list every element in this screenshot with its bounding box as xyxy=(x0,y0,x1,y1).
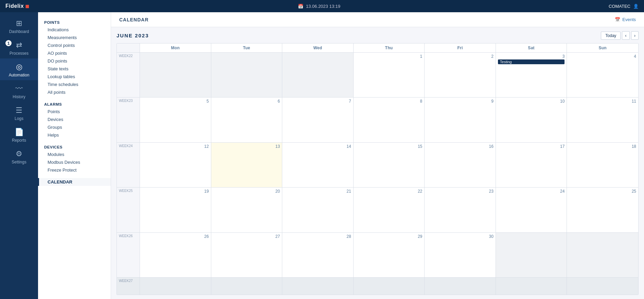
sidebar-label-history: History xyxy=(13,94,25,99)
day-num: 29 xyxy=(356,234,423,239)
submenu-item-modules[interactable]: Modules xyxy=(38,151,111,158)
week23-sun[interactable]: 11 xyxy=(567,98,638,142)
week25-wed[interactable]: 21 xyxy=(282,188,354,232)
prev-month-button[interactable]: ‹ xyxy=(622,31,629,40)
week26-sun[interactable] xyxy=(567,233,638,277)
week27-mon[interactable] xyxy=(140,278,211,295)
sidebar-item-reports[interactable]: 📄 Reports xyxy=(0,124,38,145)
day-num: 21 xyxy=(284,189,351,194)
week27-sun[interactable] xyxy=(567,278,638,295)
week27-fri[interactable] xyxy=(425,278,496,295)
week24-fri[interactable]: 16 xyxy=(425,143,496,187)
submenu-item-freeze-protect[interactable]: Freeze Protect xyxy=(38,166,111,174)
submenu-item-lookup-tables[interactable]: Lookup tables xyxy=(38,73,111,81)
main-layout: ⊞ Dashboard 1 ⇄ Processes ◎ Automation 〰… xyxy=(0,12,644,299)
week25-sat[interactable]: 24 xyxy=(496,188,567,232)
sidebar-item-dashboard[interactable]: ⊞ Dashboard xyxy=(0,15,38,37)
submenu-item-ao-points[interactable]: AO points xyxy=(38,49,111,57)
sidebar-label-logs: Logs xyxy=(15,116,23,121)
processes-icon: ⇄ xyxy=(16,41,22,50)
submenu-item-do-points[interactable]: DO points xyxy=(38,57,111,65)
week24-sun[interactable]: 18 xyxy=(567,143,638,187)
calendar-grid: Mon Tue Wed Thu Fri Sat Sun WEEK22 xyxy=(117,43,639,295)
submenu-item-alarm-helps[interactable]: Helps xyxy=(38,131,111,139)
week24-tue-today[interactable]: 13 xyxy=(211,143,283,187)
col-wed: Wed xyxy=(282,43,354,52)
sidebar-item-history[interactable]: 〰 History xyxy=(0,80,38,102)
sidebar-item-automation[interactable]: ◎ Automation xyxy=(0,58,38,80)
week26-wed[interactable]: 28 xyxy=(282,233,354,277)
submenu-item-state-texts[interactable]: State texts xyxy=(38,65,111,73)
week23-fri[interactable]: 9 xyxy=(425,98,496,142)
events-button[interactable]: 📅 Events xyxy=(615,17,636,22)
week26-fri[interactable]: 30 xyxy=(425,233,496,277)
week26-thu[interactable]: 29 xyxy=(354,233,425,277)
sidebar-label-settings: Settings xyxy=(12,160,26,164)
week25-fri[interactable]: 23 xyxy=(425,188,496,232)
day-num: 10 xyxy=(498,99,565,104)
submenu-item-alarm-groups[interactable]: Groups xyxy=(38,123,111,131)
week25-row: WEEK25 19 20 21 22 23 24 25 xyxy=(117,188,638,232)
week24-wed[interactable]: 14 xyxy=(282,143,354,187)
submenu-item-time-schedules[interactable]: Time schedules xyxy=(38,81,111,88)
week23-tue[interactable]: 6 xyxy=(211,98,283,142)
content-header: CALENDAR 📅 Events xyxy=(111,12,644,27)
week22-sat[interactable]: 3 Testing xyxy=(496,53,567,97)
week22-thu[interactable]: 1 xyxy=(354,53,425,97)
day-num: 19 xyxy=(142,189,209,194)
day-num: 15 xyxy=(356,144,423,149)
sidebar-item-logs[interactable]: ☰ Logs xyxy=(0,102,38,124)
week22-mon[interactable] xyxy=(140,53,211,97)
week25-mon[interactable]: 19 xyxy=(140,188,211,232)
datetime-text: 13.06.2023 13:19 xyxy=(306,4,340,9)
week22-label: WEEK22 xyxy=(117,53,140,97)
week22-tue[interactable] xyxy=(211,53,283,97)
week24-sat[interactable]: 17 xyxy=(496,143,567,187)
calendar-nav: JUNE 2023 Today ‹ › xyxy=(117,31,639,40)
week27-sat[interactable] xyxy=(496,278,567,295)
week25-sun[interactable]: 25 xyxy=(567,188,638,232)
week23-sat[interactable]: 10 xyxy=(496,98,567,142)
week23-wed[interactable]: 7 xyxy=(282,98,354,142)
week24-mon[interactable]: 12 xyxy=(140,143,211,187)
calendar-event-testing[interactable]: Testing xyxy=(498,59,565,64)
day-num: 1 xyxy=(356,54,423,59)
calendar-small-icon: 📅 xyxy=(615,17,620,22)
submenu-item-measurements[interactable]: Measurements xyxy=(38,34,111,41)
week25-thu[interactable]: 22 xyxy=(354,188,425,232)
submenu-item-alarm-devices[interactable]: Devices xyxy=(38,116,111,123)
submenu-item-alarm-points[interactable]: Points xyxy=(38,108,111,116)
topbar-user[interactable]: COMATEC 👤 xyxy=(609,4,639,9)
submenu-item-modbus-devices[interactable]: Modbus Devices xyxy=(38,158,111,166)
week26-tue[interactable]: 27 xyxy=(211,233,283,277)
week22-sun[interactable]: 4 xyxy=(567,53,638,97)
week22-wed[interactable] xyxy=(282,53,354,97)
submenu-item-calendar[interactable]: CALENDAR xyxy=(38,178,111,186)
submenu-item-indications[interactable]: Indications xyxy=(38,26,111,34)
sidebar-item-processes[interactable]: 1 ⇄ Processes xyxy=(0,37,38,58)
week27-thu[interactable] xyxy=(354,278,425,295)
submenu-item-all-points[interactable]: All points xyxy=(38,88,111,96)
submenu-item-control-points[interactable]: Control points xyxy=(38,41,111,49)
week23-thu[interactable]: 8 xyxy=(354,98,425,142)
sidebar-item-settings[interactable]: ⚙ Settings xyxy=(0,145,38,167)
week23-mon[interactable]: 5 xyxy=(140,98,211,142)
calendar-body: WEEK22 1 2 3 Testing 4 WE xyxy=(117,53,638,295)
week27-wed[interactable] xyxy=(282,278,354,295)
day-num: 8 xyxy=(356,99,423,104)
sidebar-label-automation: Automation xyxy=(9,73,30,77)
today-button[interactable]: Today xyxy=(601,32,621,40)
day-num: 14 xyxy=(284,144,351,149)
logo-text: Fidelix xyxy=(5,3,24,9)
week22-fri[interactable]: 2 xyxy=(425,53,496,97)
week25-tue[interactable]: 20 xyxy=(211,188,283,232)
week24-thu[interactable]: 15 xyxy=(354,143,425,187)
next-month-button[interactable]: › xyxy=(631,31,639,40)
week26-sat[interactable] xyxy=(496,233,567,277)
day-num: 12 xyxy=(142,144,209,149)
week26-mon[interactable]: 26 xyxy=(140,233,211,277)
week24-row: WEEK24 12 13 14 15 16 17 18 xyxy=(117,143,638,188)
topbar: Fidelix■ 📅 13.06.2023 13:19 COMATEC 👤 xyxy=(0,0,644,12)
week26-label: WEEK26 xyxy=(117,233,140,277)
week27-tue[interactable] xyxy=(211,278,283,295)
